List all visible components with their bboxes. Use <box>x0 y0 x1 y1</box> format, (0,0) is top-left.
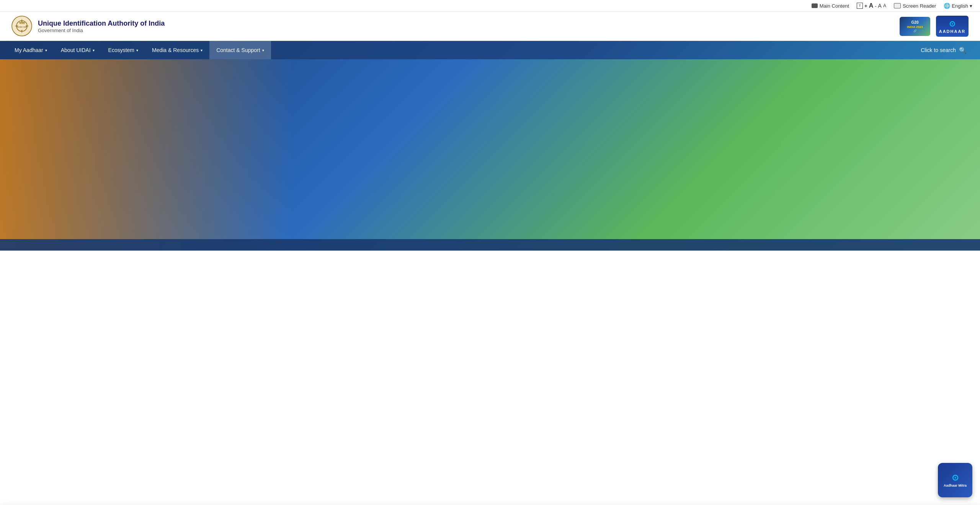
nav-media-resources-chevron: ▾ <box>201 48 203 52</box>
font-small[interactable]: A <box>883 3 886 8</box>
header-brand: भारत सत्यमेव जयते Unique Identification … <box>11 16 165 37</box>
nav-media-resources[interactable]: Media & Resources ▾ <box>145 41 209 59</box>
font-size-controls: T + A - A A <box>857 2 886 9</box>
bottom-dark-bar <box>0 239 980 251</box>
language-label: English <box>952 3 968 9</box>
nav-ecosystem[interactable]: Ecosystem ▾ <box>101 41 145 59</box>
gov-name: Government of India <box>38 28 165 33</box>
nav-contact-support[interactable]: Contact & Support ▾ <box>209 41 271 59</box>
nav-ecosystem-chevron: ▾ <box>136 48 138 52</box>
top-bar: Main Content T + A - A A Screen Reader 🌐… <box>0 0 980 12</box>
aadhaar-brand-label: AADHAAR <box>939 29 966 34</box>
nav-my-aadhaar-chevron: ▾ <box>45 48 47 52</box>
nav-about-uidai-label: About UIDAI <box>61 47 91 53</box>
hero-section <box>0 59 980 251</box>
screen-reader-link[interactable]: Screen Reader <box>894 3 936 9</box>
nav-my-aadhaar-label: My Aadhaar <box>15 47 43 53</box>
nav-about-uidai-chevron: ▾ <box>93 48 95 52</box>
nav-contact-support-chevron: ▾ <box>262 48 264 52</box>
g20-logo[interactable]: G20 INDIA 2023 🔗 <box>900 17 930 36</box>
language-chevron: ▾ <box>970 3 972 9</box>
site-header: भारत सत्यमेव जयते Unique Identification … <box>0 12 980 41</box>
nav-contact-support-label: Contact & Support <box>216 47 260 53</box>
header-logos: G20 INDIA 2023 🔗 ⊙ AADHAAR <box>900 16 969 37</box>
nav-media-resources-label: Media & Resources <box>152 47 199 53</box>
screen-reader-label: Screen Reader <box>903 3 936 9</box>
language-selector[interactable]: 🌐 English ▾ <box>944 3 972 9</box>
org-title: Unique Identification Authority of India… <box>38 20 165 33</box>
main-navbar: My Aadhaar ▾ About UIDAI ▾ Ecosystem ▾ M… <box>0 41 980 59</box>
monitor-icon <box>812 3 818 8</box>
lang-icon: 🌐 <box>944 3 950 9</box>
font-increase[interactable]: + <box>864 3 867 9</box>
font-medium[interactable]: A <box>878 3 882 9</box>
search-icon: 🔍 <box>959 47 967 54</box>
screen-reader-icon <box>894 3 901 8</box>
hero-content <box>0 59 980 105</box>
main-content-label: Main Content <box>820 3 849 9</box>
india-emblem-logo: भारत सत्यमेव जयते <box>11 16 33 37</box>
svg-text:सत्यमेव जयते: सत्यमेव जयते <box>16 26 28 28</box>
nav-about-uidai[interactable]: About UIDAI ▾ <box>54 41 101 59</box>
font-separator: - <box>875 3 876 9</box>
nav-my-aadhaar[interactable]: My Aadhaar ▾ <box>8 41 54 59</box>
nav-ecosystem-label: Ecosystem <box>108 47 134 53</box>
search-button[interactable]: Click to search 🔍 <box>915 43 972 58</box>
svg-text:भारत: भारत <box>19 21 25 25</box>
org-name: Unique Identification Authority of India <box>38 20 165 28</box>
font-large[interactable]: A <box>869 2 874 9</box>
aadhaar-logo: ⊙ AADHAAR <box>936 16 969 37</box>
main-content-link[interactable]: Main Content <box>812 3 849 9</box>
font-icon: T <box>857 3 863 9</box>
search-label: Click to search <box>921 47 956 53</box>
